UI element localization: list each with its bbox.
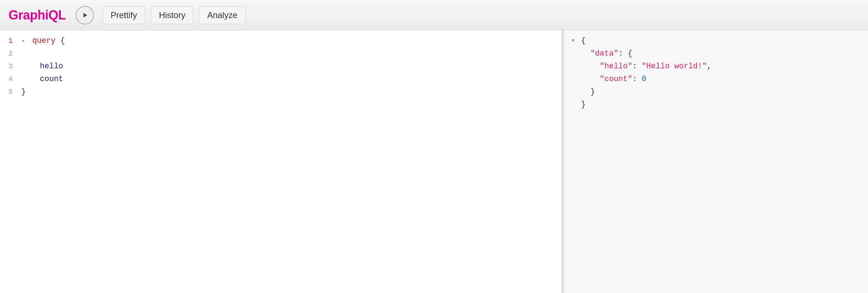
result-line-6: }: [581, 98, 868, 111]
code-line-5: }: [21, 86, 562, 98]
prettify-button[interactable]: Prettify: [102, 6, 145, 24]
code-content[interactable]: ▾ query { hello count }: [18, 35, 562, 289]
line-numbers: 1 2 3 4 5: [0, 35, 18, 289]
code-editor[interactable]: 1 2 3 4 5 ▾ query { hello count: [0, 30, 562, 293]
result-line-2: "data": {: [581, 47, 868, 60]
result-line-4: "count": 0: [581, 73, 868, 86]
result-gutter: ▾: [564, 35, 578, 289]
collapse-arrow[interactable]: ▾: [21, 35, 27, 47]
line-num-1: 1: [0, 35, 13, 47]
token-brace-open: {: [55, 35, 65, 47]
result-arrow: ▾: [571, 36, 575, 45]
toolbar: GraphiQL Prettify History Analyze: [0, 0, 868, 30]
code-line-2: [21, 47, 562, 60]
app-logo: GraphiQL: [8, 8, 66, 23]
code-line-3: hello: [21, 60, 562, 73]
result-lines: { "data": { "hello": "Hello world!", "co…: [578, 35, 868, 289]
app: GraphiQL Prettify History Analyze 1 2 3 …: [0, 0, 868, 293]
token-count: count: [21, 73, 63, 86]
token-query: query: [28, 35, 55, 47]
line-num-5: 5: [0, 86, 13, 98]
line-num-3: 3: [0, 60, 13, 73]
token-brace-close: }: [21, 86, 26, 98]
code-line-1: ▾ query {: [21, 35, 562, 47]
run-button[interactable]: [76, 6, 94, 24]
line-num-2: 2: [0, 47, 13, 60]
play-icon: [81, 11, 89, 19]
editor-panel: 1 2 3 4 5 ▾ query { hello count: [0, 30, 562, 293]
history-button[interactable]: History: [151, 6, 194, 24]
line-num-4: 4: [0, 73, 13, 86]
main-area: 1 2 3 4 5 ▾ query { hello count: [0, 30, 868, 293]
token-hello: hello: [21, 60, 63, 73]
analyze-button[interactable]: Analyze: [199, 6, 245, 24]
result-content: ▾ { "data": { "hello": "Hello world!", "…: [564, 30, 868, 293]
result-line-1: {: [581, 35, 868, 47]
result-panel: ▾ { "data": { "hello": "Hello world!", "…: [564, 30, 868, 293]
result-line-3: "hello": "Hello world!",: [581, 60, 868, 73]
code-line-4: count: [21, 73, 562, 86]
result-line-5: }: [581, 86, 868, 98]
